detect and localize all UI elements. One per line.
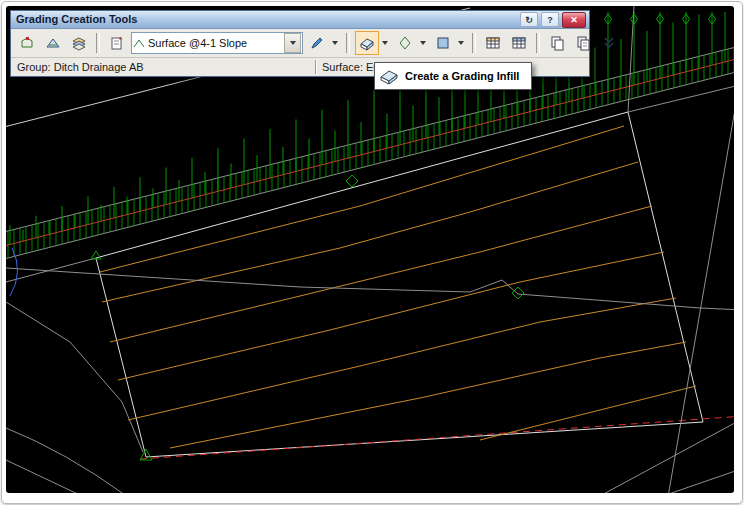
chevron-down-icon — [458, 41, 464, 45]
volume-table-icon — [485, 35, 501, 51]
create-grading-flyout-arrow[interactable] — [379, 31, 391, 55]
close-button[interactable]: ✕ — [562, 12, 586, 28]
edit-criteria-flyout-arrow[interactable] — [329, 31, 341, 55]
select-criteria-set-button[interactable]: * — [105, 31, 129, 55]
close-icon: ✕ — [570, 15, 578, 25]
grading-group-status: Group: Ditch Drainage AB — [11, 58, 315, 76]
surface-icon — [45, 35, 61, 51]
chevron-down-icon — [290, 41, 296, 45]
grading-group-properties-button[interactable] — [545, 31, 569, 55]
layers-icon — [71, 35, 87, 51]
paste-documents-icon — [575, 35, 591, 51]
criteria-combo-dropdown[interactable] — [284, 33, 301, 53]
set-grading-group-button[interactable] — [15, 31, 39, 55]
grading-volume-tools-button[interactable] — [481, 31, 505, 55]
criteria-combo-value: Surface @4-1 Slope — [146, 37, 283, 49]
pencil-icon — [309, 35, 325, 51]
toolbar-separator — [346, 33, 350, 53]
grading-group-icon — [19, 35, 35, 51]
window-title: Grading Creation Tools — [16, 11, 517, 28]
grading-properties-button[interactable] — [571, 31, 595, 55]
expand-toolbar-button[interactable] — [597, 31, 621, 55]
help-button[interactable]: ? — [541, 12, 559, 27]
toolbar-separator — [96, 33, 100, 53]
grading-infill-icon — [359, 35, 375, 51]
elevation-editor-button[interactable] — [507, 31, 531, 55]
chevron-double-down-icon — [601, 35, 617, 51]
chevron-down-icon — [382, 41, 388, 45]
toolbar: * Surface @4-1 Slope — [11, 29, 589, 58]
grading-infill-icon — [379, 66, 399, 86]
help-icon: ? — [547, 15, 553, 25]
svg-text:*: * — [119, 35, 123, 44]
criteria-combo[interactable]: Surface @4-1 Slope — [131, 32, 303, 54]
set-target-surface-button[interactable] — [41, 31, 65, 55]
edit-criteria-button[interactable] — [305, 31, 329, 55]
grading-square-icon — [435, 35, 451, 51]
titlebar[interactable]: Grading Creation Tools ↻ ? ✕ — [11, 11, 589, 29]
elevation-table-icon — [511, 35, 527, 51]
grading-diamond-icon — [397, 35, 413, 51]
copy-documents-icon — [549, 35, 565, 51]
criteria-icon — [133, 37, 145, 49]
grading-tools-button[interactable] — [431, 31, 455, 55]
create-grading-infill-tooltip: Create a Grading Infill — [374, 62, 532, 90]
grading-tools-flyout-arrow[interactable] — [455, 31, 467, 55]
set-grading-layer-button[interactable] — [67, 31, 91, 55]
grading-editor-flyout-arrow[interactable] — [417, 31, 429, 55]
rollup-button[interactable]: ↻ — [520, 12, 538, 27]
cad-background — [6, 6, 734, 493]
grading-editor-button[interactable] — [393, 31, 417, 55]
tooltip-text: Create a Grading Infill — [405, 70, 519, 82]
create-grading-infill-button[interactable] — [355, 31, 379, 55]
chevron-down-icon — [332, 41, 338, 45]
toolbar-separator — [536, 33, 540, 53]
chevron-down-icon — [420, 41, 426, 45]
screenshot-stage: Grading Creation Tools ↻ ? ✕ * Surface @… — [0, 0, 744, 505]
rollup-icon: ↻ — [525, 15, 533, 25]
toolbar-separator — [472, 33, 476, 53]
criteria-set-icon: * — [109, 35, 125, 51]
